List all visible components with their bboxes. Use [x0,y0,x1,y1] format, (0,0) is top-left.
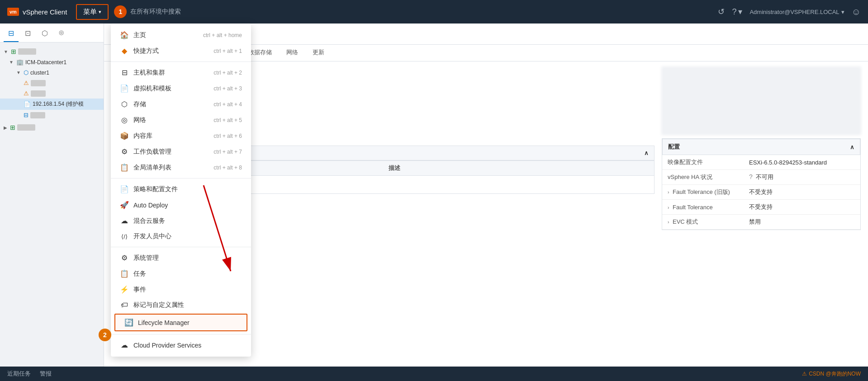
menu-item-global-inventory[interactable]: 📋 全局清单列表 ctrl + alt + 8 [111,160,251,175]
menu-item-tags-label: 标记与自定义属性 [133,301,184,309]
menu-item-auto-deploy[interactable]: 🚀 Auto Deploy [111,197,251,213]
help-chevron-icon: ▾ [738,7,742,17]
content-library-shortcut: ctrl + alt + 6 [213,133,242,139]
home-icon: 🏠 [120,31,129,39]
menu-divider-4 [111,334,251,334]
menu-item-tasks[interactable]: 📋 任务 [111,266,251,282]
blurred-panel [662,67,861,135]
menu-item-hosts-clusters-label: 主机和集群 [133,69,165,77]
evc-expand-icon[interactable]: › [668,220,669,225]
menu-item-home-label: 主页 [133,31,146,39]
menu-item-vms-templates[interactable]: 📄 虚拟机和模板 ctrl + alt + 3 [111,80,251,96]
menu-item-content-library[interactable]: 📦 内容库 ctrl + alt + 6 [111,128,251,144]
tree-item-cluster[interactable]: ▼ ⬡ cluster1 [0,67,104,78]
tab-updates[interactable]: 更新 [305,45,332,61]
ft-legacy-expand-icon[interactable]: › [668,190,669,195]
vcenter-icon: ⊞ [11,48,16,55]
config-row-evc: › EVC 模式 禁用 [662,215,860,230]
tree-item-host2[interactable]: ⚠ [0,88,104,99]
config-value-ft-legacy: 不受支持 [744,185,860,200]
smiley-icon[interactable]: ☺ [852,7,861,17]
tasks-icon: 📋 [120,269,129,278]
ft-expand-icon[interactable]: › [668,205,669,210]
tree-chevron-datacenter: ▼ [9,60,14,65]
app-name: vSphere Client [23,8,67,16]
sidebar: ⊟ ⊡ ⬡ ◎ ▼ ⊞ ▼ 🏢 ICM-Datacenter1 [0,24,104,367]
dev-center-icon: ⟨/⟩ [120,233,129,240]
storage-menu-icon: ⬡ [120,100,129,108]
config-label-ft-legacy: › Fault Tolerance (旧版) [662,185,744,200]
col-description: 描述 [383,161,655,176]
menu-item-tasks-label: 任务 [133,270,146,278]
refresh-button[interactable]: ↺ [718,7,725,17]
vms-templates-icon: 📄 [120,84,129,93]
menu-item-hosts-clusters[interactable]: ⊟ 主机和集群 ctrl + alt + 2 [111,65,251,80]
auto-deploy-icon: 🚀 [120,201,129,209]
shortcuts-shortcut: ctrl + alt + 1 [213,48,242,54]
menu-item-network[interactable]: ◎ 网络 ctrl + alt + 5 [111,112,251,128]
alerts-link[interactable]: 警报 [40,370,52,378]
sidebar-tabs: ⊟ ⊡ ⬡ ◎ [0,24,104,42]
tree-item-vcenter2[interactable]: ▶ ⊞ [0,122,104,133]
menu-item-shortcuts[interactable]: ◆ 快捷方式 ctrl + alt + 1 [111,43,251,59]
network-menu-icon: ◎ [120,116,129,124]
sidebar-tab-network[interactable]: ◎ [54,25,68,42]
menu-item-home[interactable]: 🏠 主页 ctrl + alt + home [111,27,251,43]
tree-chevron-cluster: ▼ [16,70,21,75]
right-panels: 配置 ∧ 映像配置文件 ESXi-6.5.0-8294253-standard … [662,67,861,361]
config-label-ha: vSphere HA 状况 [662,170,744,185]
config-section: 配置 ∧ 映像配置文件 ESXi-6.5.0-8294253-standard … [662,138,861,230]
tree-item-host3[interactable]: 📄 192.168.1.54 (维护模 [0,99,104,110]
menu-item-events[interactable]: ⚡ 事件 [111,282,251,297]
storage-icon: ⬡ [42,29,48,37]
config-section-chevron-icon: ∧ [850,144,854,151]
host4-label [30,112,45,118]
menu-item-tags[interactable]: 🏷 标记与自定义属性 [111,297,251,313]
tags-icon: 🏷 [120,301,129,309]
tree-item-host4[interactable]: ⊟ [0,110,104,120]
menu-item-lifecycle-manager[interactable]: 🔄 Lifecycle Manager [114,314,247,331]
search-placeholder[interactable]: 在所有环境中搜索 [130,8,181,16]
sidebar-tab-storage[interactable]: ⬡ [37,25,52,42]
menu-item-dev-center[interactable]: ⟨/⟩ 开发人员中心 [111,229,251,244]
tree-item-vcenter[interactable]: ▼ ⊞ [0,46,104,57]
config-section-header[interactable]: 配置 ∧ [662,139,860,155]
recent-tasks-link[interactable]: 近期任务 [7,370,31,378]
search-area: 1 在所有环境中搜索 [114,5,712,18]
global-inventory-icon: 📋 [120,163,129,172]
menu-item-cloud-provider[interactable]: ☁ Cloud Provider Services [111,337,251,353]
menu-item-cloud-provider-label: Cloud Provider Services [133,342,201,349]
tab-network[interactable]: 网络 [279,45,305,61]
network-shortcut: ctrl + alt + 5 [213,117,242,123]
user-menu[interactable]: Administrator@VSPHERE.LOCAL ▾ [749,9,844,15]
hosts-clusters-icon: ⊟ [120,68,129,77]
menu-button[interactable]: 菜单 ▾ [76,4,109,20]
menu-item-hybrid-cloud[interactable]: ☁ 混合云服务 [111,213,251,229]
menu-item-policies[interactable]: 📄 策略和配置文件 [111,181,251,197]
cluster-label: cluster1 [30,70,49,76]
config-table: 映像配置文件 ESXi-6.5.0-8294253-standard vSphe… [662,155,860,230]
sidebar-tab-hosts[interactable]: ⊟ [4,25,19,42]
badge-2: 2 [99,329,111,341]
menu-chevron-icon: ▾ [99,9,101,15]
sidebar-tab-vms[interactable]: ⊡ [20,25,35,42]
menu-item-storage[interactable]: ⬡ 存储 ctrl + alt + 4 [111,96,251,112]
topbar: vm vSphere Client 菜单 ▾ 1 在所有环境中搜索 ↺ ? ▾ … [0,0,868,24]
config-label-image-profile: 映像配置文件 [662,155,744,170]
host4-icon: ⊟ [24,112,28,118]
menu-item-events-label: 事件 [133,286,146,294]
host1-warning-icon: ⚠ [24,80,29,86]
menu-divider-1 [111,61,251,62]
help-button[interactable]: ? ▾ [732,7,742,17]
bottom-bar: 近期任务 警报 ⚠ CSDN @奔跑的NOW [0,367,868,381]
tree-item-host1[interactable]: ⚠ [0,78,104,88]
tree-item-datacenter[interactable]: ▼ 🏢 ICM-Datacenter1 [0,57,104,67]
config-value-evc: 禁用 [744,215,860,230]
policies-icon: 📄 [120,185,129,193]
menu-item-workload[interactable]: ⚙ 工作负载管理 ctrl + alt + 7 [111,144,251,160]
menu-item-vms-templates-label: 虚拟机和模板 [133,85,171,93]
menu-item-workload-label: 工作负载管理 [133,148,171,156]
menu-item-sysadmin[interactable]: ⚙ 系统管理 [111,250,251,266]
topbar-right: ↺ ? ▾ Administrator@VSPHERE.LOCAL ▾ ☺ [718,7,861,17]
hybrid-cloud-icon: ☁ [120,216,129,225]
